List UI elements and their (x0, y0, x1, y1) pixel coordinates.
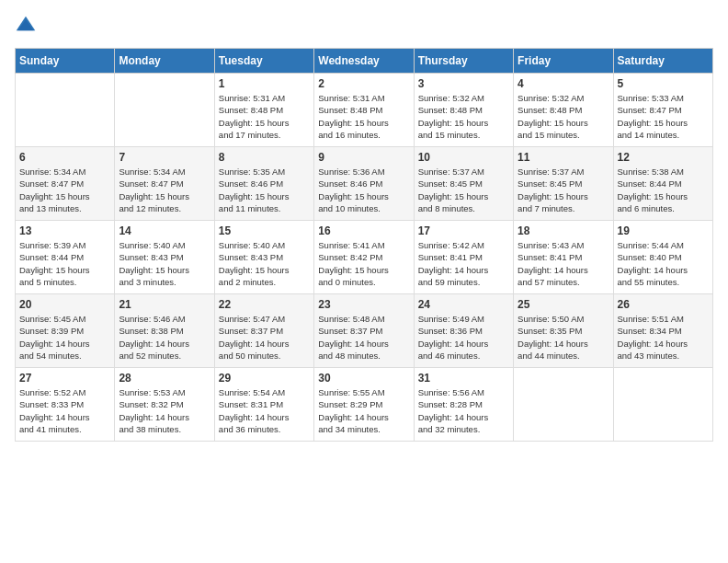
calendar-cell: 22Sunrise: 5:47 AM Sunset: 8:37 PM Dayli… (214, 294, 313, 368)
calendar-cell: 7Sunrise: 5:34 AM Sunset: 8:47 PM Daylig… (115, 147, 214, 221)
calendar-cell: 13Sunrise: 5:39 AM Sunset: 8:44 PM Dayli… (16, 221, 115, 294)
calendar-cell: 6Sunrise: 5:34 AM Sunset: 8:47 PM Daylig… (16, 147, 115, 221)
day-info: Sunrise: 5:48 AM Sunset: 8:37 PM Dayligh… (318, 313, 409, 362)
day-info: Sunrise: 5:34 AM Sunset: 8:47 PM Dayligh… (119, 166, 210, 214)
day-number: 19 (618, 224, 709, 237)
column-header-wednesday: Wednesday (314, 49, 414, 74)
calendar-cell: 19Sunrise: 5:44 AM Sunset: 8:40 PM Dayli… (613, 221, 712, 294)
column-header-thursday: Thursday (414, 49, 513, 74)
calendar-cell: 9Sunrise: 5:36 AM Sunset: 8:46 PM Daylig… (314, 147, 414, 221)
calendar-cell: 3Sunrise: 5:32 AM Sunset: 8:48 PM Daylig… (414, 74, 513, 147)
calendar-week-row: 20Sunrise: 5:45 AM Sunset: 8:39 PM Dayli… (16, 294, 713, 368)
column-header-friday: Friday (514, 49, 613, 74)
calendar-cell: 27Sunrise: 5:52 AM Sunset: 8:33 PM Dayli… (16, 368, 115, 442)
day-info: Sunrise: 5:38 AM Sunset: 8:44 PM Dayligh… (618, 166, 709, 214)
calendar-cell: 8Sunrise: 5:35 AM Sunset: 8:46 PM Daylig… (214, 147, 313, 221)
column-header-saturday: Saturday (613, 49, 712, 74)
calendar-cell: 25Sunrise: 5:50 AM Sunset: 8:35 PM Dayli… (514, 294, 613, 368)
calendar-week-row: 27Sunrise: 5:52 AM Sunset: 8:33 PM Dayli… (16, 368, 713, 442)
day-info: Sunrise: 5:37 AM Sunset: 8:45 PM Dayligh… (518, 166, 609, 214)
day-number: 30 (318, 372, 409, 385)
day-number: 12 (618, 151, 709, 164)
day-number: 17 (418, 224, 509, 237)
day-info: Sunrise: 5:41 AM Sunset: 8:42 PM Dayligh… (318, 239, 409, 288)
calendar-cell: 1Sunrise: 5:31 AM Sunset: 8:48 PM Daylig… (214, 74, 313, 147)
calendar-cell: 18Sunrise: 5:43 AM Sunset: 8:41 PM Dayli… (514, 221, 613, 294)
calendar-cell: 5Sunrise: 5:33 AM Sunset: 8:47 PM Daylig… (613, 74, 712, 147)
column-header-tuesday: Tuesday (214, 49, 313, 74)
day-number: 4 (518, 77, 609, 90)
day-info: Sunrise: 5:36 AM Sunset: 8:46 PM Dayligh… (318, 166, 409, 214)
day-number: 26 (618, 298, 709, 311)
day-number: 6 (19, 151, 110, 164)
calendar-cell (115, 74, 214, 147)
calendar-table: SundayMondayTuesdayWednesdayThursdayFrid… (15, 48, 713, 442)
calendar-cell: 14Sunrise: 5:40 AM Sunset: 8:43 PM Dayli… (115, 221, 214, 294)
calendar-cell: 29Sunrise: 5:54 AM Sunset: 8:31 PM Dayli… (214, 368, 313, 442)
day-info: Sunrise: 5:45 AM Sunset: 8:39 PM Dayligh… (19, 313, 110, 362)
day-info: Sunrise: 5:52 AM Sunset: 8:33 PM Dayligh… (19, 386, 110, 435)
calendar-week-row: 6Sunrise: 5:34 AM Sunset: 8:47 PM Daylig… (16, 147, 713, 221)
day-number: 21 (119, 298, 210, 311)
calendar-cell: 2Sunrise: 5:31 AM Sunset: 8:48 PM Daylig… (314, 74, 414, 147)
day-number: 16 (318, 224, 409, 237)
calendar-cell (514, 368, 613, 442)
day-info: Sunrise: 5:33 AM Sunset: 8:47 PM Dayligh… (618, 92, 709, 141)
day-number: 18 (518, 224, 609, 237)
calendar-cell: 24Sunrise: 5:49 AM Sunset: 8:36 PM Dayli… (414, 294, 513, 368)
day-info: Sunrise: 5:31 AM Sunset: 8:48 PM Dayligh… (219, 92, 310, 141)
day-number: 5 (618, 77, 709, 90)
logo (15, 15, 40, 37)
calendar-cell: 16Sunrise: 5:41 AM Sunset: 8:42 PM Dayli… (314, 221, 414, 294)
calendar-cell: 31Sunrise: 5:56 AM Sunset: 8:28 PM Dayli… (414, 368, 513, 442)
day-info: Sunrise: 5:40 AM Sunset: 8:43 PM Dayligh… (219, 239, 310, 288)
calendar-cell: 11Sunrise: 5:37 AM Sunset: 8:45 PM Dayli… (514, 147, 613, 221)
day-number: 7 (119, 151, 210, 164)
day-number: 10 (418, 151, 509, 164)
day-info: Sunrise: 5:50 AM Sunset: 8:35 PM Dayligh… (518, 313, 609, 362)
day-info: Sunrise: 5:40 AM Sunset: 8:43 PM Dayligh… (119, 239, 210, 288)
day-info: Sunrise: 5:42 AM Sunset: 8:41 PM Dayligh… (418, 239, 509, 288)
calendar-cell: 17Sunrise: 5:42 AM Sunset: 8:41 PM Dayli… (414, 221, 513, 294)
day-info: Sunrise: 5:37 AM Sunset: 8:45 PM Dayligh… (418, 166, 509, 214)
day-info: Sunrise: 5:43 AM Sunset: 8:41 PM Dayligh… (518, 239, 609, 288)
day-number: 27 (19, 372, 110, 385)
day-number: 20 (19, 298, 110, 311)
column-header-sunday: Sunday (16, 49, 115, 74)
calendar-cell: 23Sunrise: 5:48 AM Sunset: 8:37 PM Dayli… (314, 294, 414, 368)
calendar-cell: 12Sunrise: 5:38 AM Sunset: 8:44 PM Dayli… (613, 147, 712, 221)
day-info: Sunrise: 5:55 AM Sunset: 8:29 PM Dayligh… (318, 386, 409, 435)
day-number: 22 (219, 298, 310, 311)
day-info: Sunrise: 5:31 AM Sunset: 8:48 PM Dayligh… (318, 92, 409, 141)
day-info: Sunrise: 5:54 AM Sunset: 8:31 PM Dayligh… (219, 386, 310, 435)
calendar-cell: 26Sunrise: 5:51 AM Sunset: 8:34 PM Dayli… (613, 294, 712, 368)
day-info: Sunrise: 5:35 AM Sunset: 8:46 PM Dayligh… (219, 166, 310, 214)
day-info: Sunrise: 5:47 AM Sunset: 8:37 PM Dayligh… (219, 313, 310, 362)
day-number: 25 (518, 298, 609, 311)
day-number: 11 (518, 151, 609, 164)
day-info: Sunrise: 5:32 AM Sunset: 8:48 PM Dayligh… (418, 92, 509, 141)
day-info: Sunrise: 5:34 AM Sunset: 8:47 PM Dayligh… (19, 166, 110, 214)
day-number: 28 (119, 372, 210, 385)
logo-icon (15, 15, 37, 37)
calendar-cell: 28Sunrise: 5:53 AM Sunset: 8:32 PM Dayli… (115, 368, 214, 442)
column-header-monday: Monday (115, 49, 214, 74)
calendar-cell (613, 368, 712, 442)
day-number: 24 (418, 298, 509, 311)
calendar-cell: 21Sunrise: 5:46 AM Sunset: 8:38 PM Dayli… (115, 294, 214, 368)
calendar-header-row: SundayMondayTuesdayWednesdayThursdayFrid… (16, 49, 713, 74)
day-number: 23 (318, 298, 409, 311)
page-header (15, 15, 713, 37)
day-info: Sunrise: 5:51 AM Sunset: 8:34 PM Dayligh… (618, 313, 709, 362)
day-info: Sunrise: 5:46 AM Sunset: 8:38 PM Dayligh… (119, 313, 210, 362)
day-number: 2 (318, 77, 409, 90)
day-number: 31 (418, 372, 509, 385)
calendar-week-row: 1Sunrise: 5:31 AM Sunset: 8:48 PM Daylig… (16, 74, 713, 147)
day-number: 3 (418, 77, 509, 90)
day-number: 13 (19, 224, 110, 237)
day-info: Sunrise: 5:56 AM Sunset: 8:28 PM Dayligh… (418, 386, 509, 435)
day-info: Sunrise: 5:39 AM Sunset: 8:44 PM Dayligh… (19, 239, 110, 288)
day-info: Sunrise: 5:32 AM Sunset: 8:48 PM Dayligh… (518, 92, 609, 141)
calendar-cell: 15Sunrise: 5:40 AM Sunset: 8:43 PM Dayli… (214, 221, 313, 294)
calendar-cell: 20Sunrise: 5:45 AM Sunset: 8:39 PM Dayli… (16, 294, 115, 368)
